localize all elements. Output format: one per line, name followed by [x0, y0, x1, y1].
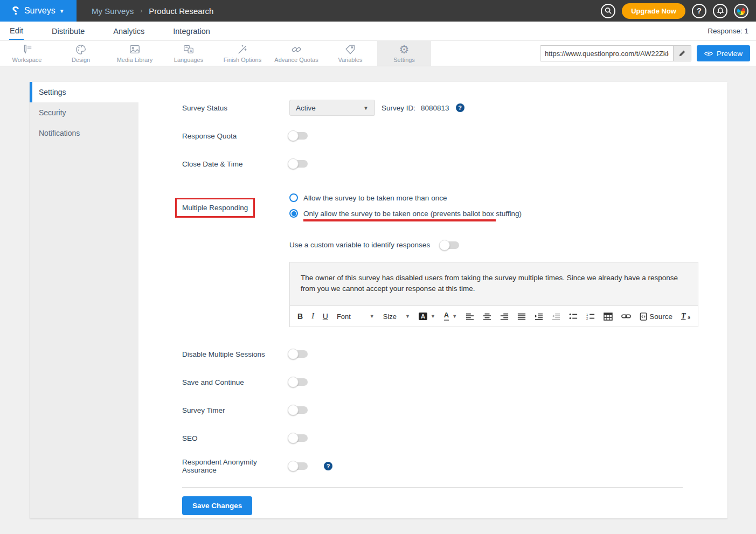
insert-table-button[interactable] [604, 313, 613, 321]
italic-button[interactable]: I [311, 312, 314, 321]
chevron-down-icon: ▼ [405, 314, 410, 319]
user-avatar[interactable] [734, 4, 748, 18]
gear-icon: ⚙ [399, 44, 410, 56]
underline-button[interactable]: U [323, 312, 328, 321]
sidebar-item-notifications[interactable]: Notifications [30, 123, 138, 143]
text-color-button[interactable]: A▼ [444, 311, 457, 321]
radio-option-multiple[interactable]: Allow the survey to be taken more than o… [289, 193, 522, 202]
image-icon [129, 44, 141, 56]
radio-unselected-icon[interactable] [289, 193, 298, 202]
breadcrumb-my-surveys[interactable]: My Surveys [92, 6, 134, 16]
response-quota-row: Response Quota [182, 128, 727, 144]
help-button[interactable]: ? [692, 4, 706, 18]
radio-selected-icon[interactable] [289, 209, 298, 218]
svg-text:A: A [190, 48, 192, 53]
remove-format-button[interactable]: Tx [681, 312, 690, 321]
disable-sessions-row: Disable Multiple Sessions [182, 346, 727, 362]
tool-workspace[interactable]: Workspace [0, 41, 54, 66]
eye-icon [704, 51, 713, 57]
tab-analytics[interactable]: Analytics [113, 23, 145, 39]
outdent-icon [552, 313, 560, 320]
bullet-list-button[interactable] [569, 313, 578, 320]
breadcrumb-separator-icon: › [140, 7, 142, 15]
sidebar-item-settings[interactable]: Settings [30, 82, 138, 102]
tab-integration[interactable]: Integration [172, 23, 211, 39]
survey-id-help-icon[interactable]: ? [456, 103, 464, 112]
magic-wand-icon [237, 44, 248, 56]
app-logo-menu[interactable]: ? Surveys ▼ [0, 0, 77, 22]
anonymity-toggle[interactable] [289, 462, 308, 470]
custom-variable-label: Use a custom variable to identify respon… [289, 241, 430, 249]
numbered-list-button[interactable]: 12 [586, 313, 595, 320]
outdent-button[interactable] [552, 313, 560, 320]
tool-settings[interactable]: ⚙ Settings [377, 41, 431, 66]
survey-id-value: 8080813 [421, 104, 449, 112]
response-quota-toggle[interactable] [289, 132, 308, 140]
tool-advance-quotas[interactable]: Advance Quotas [269, 41, 323, 66]
settings-card: Settings Security Notifications Survey S… [30, 82, 727, 518]
question-mark-icon: ? [697, 6, 702, 15]
justify-icon [517, 313, 526, 320]
custom-variable-toggle[interactable] [441, 241, 459, 249]
bell-icon [717, 7, 724, 15]
align-right-button[interactable] [500, 313, 509, 320]
tool-finish-options[interactable]: Finish Options [216, 41, 269, 66]
source-icon [640, 313, 647, 321]
save-continue-toggle[interactable] [289, 378, 308, 386]
preview-button[interactable]: Preview [697, 45, 750, 61]
message-editor: The owner of this survey has disabled us… [289, 262, 698, 327]
tool-languages[interactable]: A Languages [162, 41, 216, 66]
survey-status-select[interactable]: Active ▼ [289, 100, 375, 116]
notifications-button[interactable] [713, 4, 727, 18]
anonymity-help-icon[interactable]: ? [324, 462, 332, 470]
breadcrumb: My Surveys › Product Research [92, 0, 213, 22]
response-quota-label: Response Quota [182, 132, 289, 140]
chain-link-icon [290, 44, 302, 56]
bg-color-button[interactable]: A▼ [419, 313, 435, 320]
edit-toolbar: Workspace Design Media Library A Languag… [0, 41, 756, 66]
tab-edit[interactable]: Edit [9, 22, 24, 40]
table-icon [604, 313, 613, 321]
align-center-button[interactable] [483, 313, 491, 320]
tool-variables[interactable]: Variables [323, 41, 377, 66]
insert-link-button[interactable] [621, 314, 631, 319]
close-date-toggle[interactable] [289, 160, 308, 168]
tool-media-library[interactable]: Media Library [108, 41, 162, 66]
svg-text:1: 1 [586, 313, 588, 316]
message-editor-text[interactable]: The owner of this survey has disabled us… [290, 262, 698, 306]
rich-text-toolbar: B I U Font▼ Size▼ A▼ A▼ 12 Source Tx [290, 306, 698, 327]
palette-icon [75, 44, 87, 56]
size-dropdown[interactable]: Size▼ [383, 313, 410, 321]
numbered-list-icon: 12 [586, 313, 595, 320]
tool-design[interactable]: Design [54, 41, 108, 66]
align-left-button[interactable] [466, 313, 474, 320]
bold-button[interactable]: B [297, 312, 303, 321]
upgrade-now-button[interactable]: Upgrade Now [622, 3, 685, 19]
chevron-down-icon: ▼ [363, 105, 369, 111]
questionpro-logo-icon: ? [12, 5, 19, 17]
link-icon [621, 314, 631, 319]
save-changes-button[interactable]: Save Changes [182, 496, 252, 515]
survey-timer-toggle[interactable] [289, 406, 308, 414]
font-dropdown[interactable]: Font▼ [337, 313, 374, 321]
justify-button[interactable] [517, 313, 526, 320]
search-button[interactable] [601, 4, 615, 18]
radio-option-once[interactable]: Only allow the survey to be taken once (… [289, 209, 522, 218]
tab-distribute[interactable]: Distribute [51, 23, 85, 39]
toolbar-tiles: Workspace Design Media Library A Languag… [0, 41, 431, 66]
red-underline-annotation [303, 219, 496, 221]
disable-sessions-toggle[interactable] [289, 350, 308, 358]
edit-url-button[interactable] [673, 46, 691, 61]
workspace-icon [21, 44, 33, 56]
response-count[interactable]: Response: 1 [708, 27, 748, 35]
indent-button[interactable] [535, 313, 543, 320]
seo-toggle[interactable] [289, 434, 308, 442]
survey-url-input[interactable] [540, 46, 673, 61]
source-button[interactable]: Source [640, 313, 672, 321]
pencil-icon [678, 50, 686, 57]
sidebar-item-security[interactable]: Security [30, 102, 138, 123]
avatar-image [737, 7, 745, 15]
header-actions: Upgrade Now ? [601, 0, 756, 22]
align-left-icon [466, 313, 474, 320]
section-nav: Edit Distribute Analytics Integration Re… [0, 22, 756, 41]
